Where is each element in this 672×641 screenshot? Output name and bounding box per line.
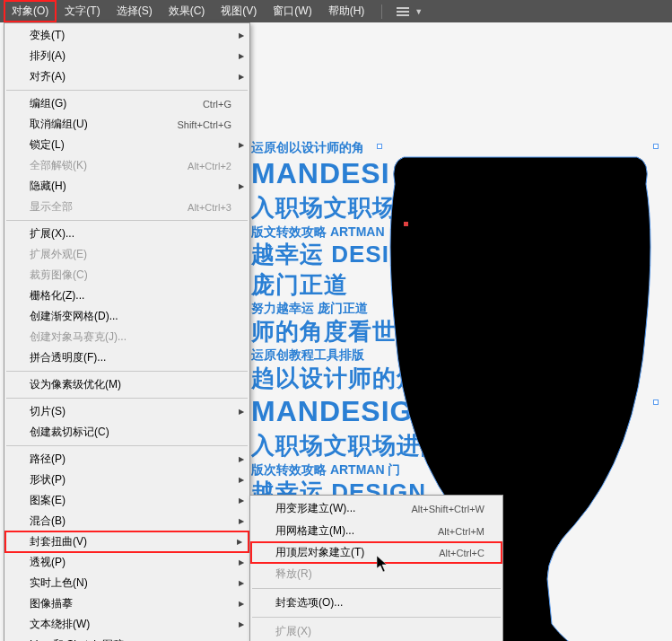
submenu-arrow-icon: ▶: [239, 496, 244, 505]
menu-item[interactable]: 拼合透明度(F)...: [4, 347, 249, 368]
menu-item-label: 实时上色(N): [30, 575, 88, 591]
menu-item[interactable]: 栅格化(Z)...: [4, 285, 249, 306]
menubar-item-文字T[interactable]: 文字(T): [57, 0, 108, 22]
menu-item: 显示全部Alt+Ctrl+3: [4, 197, 249, 217]
handle-tr[interactable]: [653, 144, 659, 149]
hamburger-icon[interactable]: [397, 7, 409, 16]
menu-item[interactable]: 文本绕排(W)▶: [4, 614, 249, 635]
menu-item[interactable]: 透视(P)▶: [4, 552, 249, 573]
submenu-arrow-icon: ▶: [239, 558, 244, 566]
menu-item-label: 取消编组(U): [30, 117, 88, 132]
dropdown-arrow-icon[interactable]: ▼: [415, 7, 423, 16]
menu-item[interactable]: 设为像素级优化(M): [4, 374, 249, 395]
menu-item[interactable]: 图像描摹▶: [4, 593, 249, 614]
submenu-arrow-icon: ▶: [237, 538, 242, 546]
menu-item[interactable]: 锁定(L)▶: [4, 135, 249, 155]
menu-item-label: 扩展外观(E): [30, 247, 87, 262]
menu-item-shortcut: Alt+Ctrl+2: [188, 161, 231, 171]
submenu-arrow-icon: ▶: [239, 455, 244, 463]
menu-item-label: Line 和 Sketch 图稿: [30, 637, 124, 641]
menu-item-label: 变换(T): [30, 28, 65, 43]
menu-item-label: 全部解锁(K): [30, 158, 87, 173]
menu-separator: [6, 398, 248, 399]
menu-item[interactable]: 用变形建立(W)...Alt+Shift+Ctrl+W: [250, 497, 502, 520]
menu-item-label: 透视(P): [30, 555, 65, 570]
handle-tl[interactable]: [377, 144, 382, 149]
submenu-arrow-icon: ▶: [239, 579, 244, 587]
submenu-arrow-icon: ▶: [239, 52, 244, 60]
menubar-item-效果C[interactable]: 效果(C): [161, 0, 214, 22]
menu-separator: [252, 588, 501, 589]
menu-item-label: 设为像素级优化(M): [30, 377, 121, 392]
menu-item-label: 编组(G): [30, 96, 66, 111]
menu-item[interactable]: 排列(A)▶: [4, 46, 249, 66]
submenu-arrow-icon: ▶: [239, 620, 244, 628]
menu-item[interactable]: 形状(P)▶: [4, 470, 249, 490]
menubar-item-选择S[interactable]: 选择(S): [109, 0, 161, 22]
menu-item[interactable]: 路径(P)▶: [4, 449, 249, 470]
menu-item[interactable]: 用网格建立(M)...Alt+Ctrl+M: [250, 520, 502, 542]
menu-item-label: 隐藏(H): [30, 179, 66, 194]
menu-item[interactable]: 创建渐变网格(D)...: [4, 306, 249, 327]
menu-item-shortcut: Shift+Ctrl+G: [177, 119, 231, 130]
menu-item-label: 排列(A): [30, 48, 65, 64]
menu-separator: [6, 371, 248, 372]
menu-item[interactable]: 变换(T)▶: [4, 25, 249, 46]
menu-item[interactable]: 隐藏(H)▶: [4, 176, 249, 197]
submenu-arrow-icon: ▶: [239, 476, 244, 484]
submenu-arrow-icon: ▶: [239, 600, 244, 608]
menubar-item-对象O[interactable]: 对象(O): [4, 0, 57, 22]
menu-item-shortcut: Alt+Ctrl+M: [438, 526, 484, 537]
menu-item[interactable]: 扩展(X)...: [4, 224, 249, 244]
submenu-arrow-icon: ▶: [239, 73, 244, 81]
menubar: 对象(O)文字(T)选择(S)效果(C)视图(V)窗口(W)帮助(H)▼: [0, 0, 672, 22]
menubar-item-窗口W[interactable]: 窗口(W): [265, 0, 319, 22]
menu-separator: [6, 445, 248, 446]
menu-item-label: 用变形建立(W)...: [275, 501, 355, 516]
submenu-arrow-icon: ▶: [239, 182, 244, 190]
menu-item: 扩展(X): [250, 620, 502, 641]
menu-item-label: 混合(B): [30, 514, 65, 529]
submenu-arrow-icon: ▶: [239, 31, 244, 40]
menu-item-label: 创建对象马赛克(J)...: [30, 329, 127, 345]
menu-item[interactable]: 取消编组(U)Shift+Ctrl+G: [4, 114, 249, 135]
menubar-item-帮助H[interactable]: 帮助(H): [320, 0, 373, 22]
menu-item[interactable]: 封套扭曲(V)▶: [4, 531, 249, 553]
handle-mr[interactable]: [653, 400, 659, 405]
menu-item: 裁剪图像(C): [4, 265, 249, 285]
submenu-arrow-icon: ▶: [239, 408, 244, 416]
menu-item[interactable]: 创建裁切标记(C): [4, 422, 249, 443]
menu-separator: [6, 220, 248, 221]
menu-item-label: 扩展(X): [275, 624, 311, 639]
menu-item[interactable]: 混合(B)▶: [4, 511, 249, 531]
menu-item-label: 释放(R): [275, 566, 312, 582]
envelope-distort-submenu: 用变形建立(W)...Alt+Shift+Ctrl+W用网格建立(M)...Al…: [249, 495, 503, 641]
menu-item[interactable]: 编组(G)Ctrl+G: [4, 93, 249, 114]
menu-item-label: 拼合透明度(F)...: [30, 350, 106, 365]
menu-item-shortcut: Alt+Ctrl+C: [439, 548, 484, 558]
menu-item-label: 裁剪图像(C): [30, 268, 88, 283]
menu-item: 释放(R): [250, 563, 502, 585]
menu-item-label: 对齐(A): [30, 69, 65, 84]
menu-item[interactable]: 封套选项(O)...: [250, 592, 502, 614]
object-menu-dropdown: 变换(T)▶排列(A)▶对齐(A)▶编组(G)Ctrl+G取消编组(U)Shif…: [4, 22, 250, 641]
menu-item: 创建对象马赛克(J)...: [4, 327, 249, 347]
menu-item[interactable]: 切片(S)▶: [4, 401, 249, 422]
menu-item[interactable]: 用顶层对象建立(T)Alt+Ctrl+C: [250, 541, 502, 564]
menu-separator: [252, 617, 501, 618]
menubar-item-视图V[interactable]: 视图(V): [213, 0, 265, 22]
menu-item-label: 切片(S): [30, 404, 65, 419]
menu-item[interactable]: 对齐(A)▶: [4, 66, 249, 87]
menu-item: 扩展外观(E): [4, 244, 249, 265]
menu-item[interactable]: 实时上色(N)▶: [4, 573, 249, 593]
menu-item-label: 文本绕排(W): [30, 617, 90, 632]
red-anchor: [404, 222, 408, 226]
menu-item[interactable]: 图案(E)▶: [4, 490, 249, 511]
menu-item-label: 用网格建立(M)...: [275, 523, 354, 539]
menu-item-shortcut: Ctrl+G: [203, 99, 231, 110]
menu-item-label: 锁定(L): [30, 137, 65, 153]
menu-item[interactable]: Line 和 Sketch 图稿▶: [4, 635, 249, 641]
menu-item-label: 形状(P): [30, 472, 65, 487]
menu-separator: [6, 90, 248, 91]
submenu-arrow-icon: ▶: [239, 517, 244, 525]
